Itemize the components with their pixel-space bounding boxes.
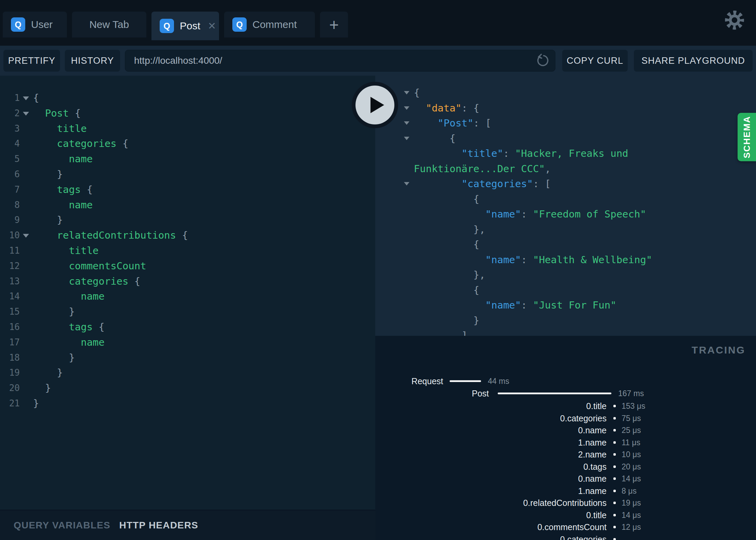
line-number: 19: [0, 365, 20, 380]
fold-gutter: [20, 274, 33, 289]
response-viewer[interactable]: { "data": { "Post": [ { "title": "Hacker…: [375, 76, 756, 336]
close-icon[interactable]: ✕: [208, 20, 216, 32]
fold-toggle[interactable]: [375, 176, 414, 192]
tracing-row-label: 1.name: [578, 437, 607, 448]
play-icon: [370, 97, 384, 113]
chevron-down-icon: [23, 112, 29, 116]
code-text: {: [414, 131, 455, 146]
tracing-row-label: 0.relatedContributions: [523, 497, 607, 508]
tracing-row: Post167 ms: [375, 388, 756, 399]
history-button[interactable]: HISTORY: [65, 50, 120, 72]
share-playground-button[interactable]: SHARE PLAYGROUND: [634, 50, 753, 72]
fold-gutter: [375, 161, 414, 177]
editor-line: 20 }: [0, 380, 375, 396]
tracing-row: 0.name14 μs: [375, 473, 756, 484]
code-text: Post {: [33, 106, 81, 121]
tracing-row-value: 20 μs: [622, 461, 641, 472]
fold-gutter: [20, 151, 33, 167]
code-text: "name": "Health & Wellbeing": [414, 252, 652, 268]
fold-gutter: [20, 319, 33, 335]
code-text: "data": {: [414, 101, 479, 116]
code-text: "name": "Freedom of Speech": [414, 207, 646, 222]
fold-toggle[interactable]: [20, 106, 33, 121]
editor-line: 9 }: [0, 212, 375, 228]
fold-gutter: [20, 396, 33, 411]
tab-comment[interactable]: QComment: [224, 12, 315, 38]
fold-gutter: [375, 252, 414, 268]
tab-query-variables[interactable]: QUERY VARIABLES: [14, 520, 111, 531]
editor-line: 18 }: [0, 350, 375, 365]
fold-toggle[interactable]: [20, 228, 33, 243]
prettify-button[interactable]: PRETTIFY: [3, 50, 60, 72]
fold-gutter: [375, 207, 414, 222]
tab-label: User: [31, 19, 53, 30]
fold-gutter: [375, 222, 414, 237]
tracing-row-value: 25 μs: [622, 425, 641, 436]
query-badge: Q: [160, 19, 174, 33]
code-text: name: [33, 197, 93, 213]
tab-user[interactable]: QUser: [3, 12, 67, 38]
copy-curl-button[interactable]: COPY CURL: [562, 50, 628, 72]
code-text: relatedContributions {: [33, 228, 188, 243]
tracing-row: 0.commentsCount12 μs: [375, 522, 756, 532]
tracing-row: 0.tags20 μs: [375, 461, 756, 472]
tracing-row-label: 0.categories: [560, 534, 607, 540]
editor-line: 12 commentsCount: [0, 258, 375, 274]
new-tab-button[interactable]: +: [320, 12, 348, 38]
reload-icon[interactable]: [536, 54, 550, 68]
code-text: tags {: [33, 182, 93, 197]
fold-gutter: [20, 258, 33, 274]
execute-query-button[interactable]: [352, 82, 398, 128]
code-text: }: [33, 396, 39, 411]
code-text: {: [414, 192, 479, 207]
tracing-duration-bar: [613, 526, 616, 528]
query-badge: Q: [11, 17, 25, 32]
line-number: 17: [0, 335, 20, 350]
response-line: "Post": [: [375, 116, 756, 131]
fold-gutter: [20, 304, 33, 319]
tracing-title: TRACING: [692, 344, 745, 356]
tracing-row-label: 0.name: [578, 425, 607, 436]
fold-gutter: [375, 192, 414, 207]
editor-line: 11 title: [0, 243, 375, 258]
editor-line: 3 title: [0, 121, 375, 136]
tracing-duration-bar: [613, 465, 616, 468]
line-number: 10: [0, 228, 20, 243]
schema-tab[interactable]: SCHEMA: [738, 113, 756, 161]
response-line: {: [375, 192, 756, 207]
code-text: }: [33, 212, 63, 228]
tab-http-headers[interactable]: HTTP HEADERS: [119, 520, 199, 531]
editor-line: 16 tags {: [0, 319, 375, 335]
tracing-row-label: 0.tags: [583, 461, 607, 472]
editor-line: 2 Post {: [0, 106, 375, 121]
tracing-row: 2.name10 μs: [375, 449, 756, 460]
fold-toggle[interactable]: [375, 131, 414, 146]
fold-gutter: [20, 335, 33, 350]
response-line: {: [375, 131, 756, 146]
query-editor[interactable]: 1{2 Post {3 title4 categories {5 name6 }…: [0, 76, 375, 510]
line-number: 6: [0, 167, 20, 182]
plus-icon: +: [329, 15, 339, 34]
line-number: 18: [0, 350, 20, 365]
tab-label: Post: [180, 20, 200, 32]
tracing-row-value: 167 ms: [618, 388, 644, 399]
tracing-panel: TRACING Request44 msPost167 ms0.title153…: [375, 336, 756, 540]
tab-new-tab[interactable]: New Tab: [72, 12, 146, 38]
tab-label: New Tab: [89, 19, 129, 30]
tracing-row: 0.relatedContributions19 μs: [375, 497, 756, 508]
endpoint-url-input[interactable]: [125, 50, 555, 72]
fold-gutter: [20, 212, 33, 228]
code-text: }: [33, 380, 51, 396]
tracing-row: 1.name11 μs: [375, 437, 756, 448]
response-line: "categories": [: [375, 176, 756, 192]
tab-post[interactable]: QPost✕: [151, 12, 219, 40]
editor-line: 15 }: [0, 304, 375, 319]
chevron-down-icon: [404, 137, 409, 140]
tab-list: QUserNew TabQPost✕QComment +: [0, 0, 756, 46]
chevron-down-icon: [23, 96, 29, 100]
settings-button[interactable]: [723, 9, 746, 31]
line-number: 4: [0, 136, 20, 151]
response-line: "name": "Health & Wellbeing": [375, 252, 756, 268]
editor-line: 17 name: [0, 335, 375, 350]
fold-toggle[interactable]: [20, 90, 33, 106]
